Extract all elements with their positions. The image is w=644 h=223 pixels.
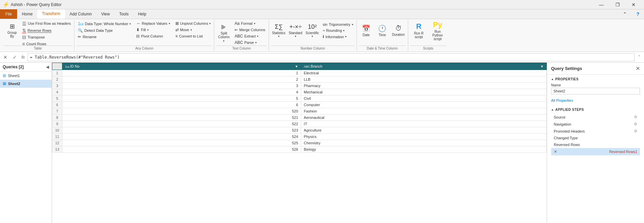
- run-r-button[interactable]: R Run Rscript: [410, 20, 428, 41]
- collapse-ribbon-button[interactable]: ⌃: [618, 9, 632, 19]
- table-row: 8 521 Aeronautical: [52, 115, 547, 121]
- anycolumn-buttons: 1₂₃ Data Type: Whole Number ▾ 🔍 Detect D…: [76, 20, 132, 40]
- rename-label: Rename: [83, 35, 97, 39]
- branch-filter-icon[interactable]: ▼: [540, 65, 544, 68]
- formula-input[interactable]: [28, 53, 635, 61]
- replace-icon: ↔: [136, 21, 140, 26]
- time-button[interactable]: 🕐 Time: [375, 20, 390, 41]
- split-column-button[interactable]: ⫸ SplitColumn ▾: [216, 23, 231, 43]
- table-row: 10 523 Agriculture: [52, 127, 547, 134]
- step-item-reversedRows[interactable]: Reversed Rows: [551, 141, 640, 148]
- step-item-navigation[interactable]: Navigation⚙: [551, 121, 640, 128]
- use-first-row-button[interactable]: ☰ Use First Row as Headers: [21, 20, 72, 27]
- use-first-row-label: Use First Row as Headers: [28, 21, 71, 26]
- data-table: 1₂₃ID No ▼ ABCBranch ▼ 1 1 Electrical: [52, 63, 547, 153]
- reverse-rows-button[interactable]: ⇅ Reverse Rows: [21, 27, 72, 34]
- minimize-button[interactable]: —: [594, 0, 609, 9]
- transpose-button[interactable]: ⊟ Transpose: [21, 34, 72, 41]
- col-header-idno[interactable]: 1₂₃ID No ▼: [62, 63, 301, 70]
- sheet2-icon: ⊞: [3, 81, 6, 86]
- idno-cell: 520: [62, 108, 301, 115]
- row-num-cell: 1: [52, 70, 62, 76]
- fill-button[interactable]: ⬇ Fill ▾: [135, 27, 171, 33]
- ribbon-group-numbercolumn: Σ∑ Statistics ▾ +-×÷ Standard ▾ 10² Scie…: [269, 20, 357, 51]
- table-row: 4 4 Mechanical: [52, 89, 547, 95]
- date-label: Date: [363, 33, 370, 37]
- step-gear-button[interactable]: ⚙: [634, 129, 637, 133]
- step-item-source[interactable]: Source⚙: [551, 114, 640, 121]
- col-header-branch[interactable]: ABCBranch ▼: [301, 63, 546, 70]
- formula-cancel-button[interactable]: ✕: [1, 53, 9, 61]
- format-button[interactable]: Aa Format ▾: [233, 20, 267, 26]
- merge-columns-button[interactable]: ⇐ Merge Columns: [233, 27, 267, 33]
- group-by-button[interactable]: ⊞ GroupBy: [3, 20, 21, 41]
- row-num-cell: 9: [52, 121, 62, 127]
- branch-col-label: Branch: [311, 64, 322, 68]
- rounding-button[interactable]: ≈ Rounding ▾: [321, 28, 354, 33]
- sidebar-collapse-button[interactable]: ◀: [46, 65, 49, 69]
- trigonometry-button[interactable]: sin Trigonometry ▾: [321, 22, 354, 27]
- detect-data-type-button[interactable]: 🔍 Detect Data Type: [76, 27, 132, 33]
- all-properties-link[interactable]: All Properties: [551, 98, 573, 102]
- formula-expand-button[interactable]: ˅: [636, 55, 643, 59]
- run-python-button[interactable]: Py Run Pythonscript: [429, 20, 446, 41]
- qs-name-input[interactable]: [551, 88, 640, 94]
- information-button[interactable]: ℹ Information ▾: [321, 34, 354, 40]
- close-button[interactable]: ✕: [626, 0, 641, 9]
- qs-header: Query Settings ✕: [547, 63, 644, 75]
- maximize-button[interactable]: ❐: [610, 0, 625, 9]
- convert-icon: ≡: [175, 34, 178, 39]
- row-num-cell: 6: [52, 102, 62, 108]
- textcolumn-right-buttons: Aa Format ▾ ⇐ Merge Columns ABC Extract …: [233, 20, 267, 46]
- tab-tools[interactable]: Tools: [114, 9, 133, 19]
- unpivot-icon: ⊠: [175, 21, 179, 26]
- info-icon: ℹ: [323, 34, 324, 39]
- extract-button[interactable]: ABC Extract ▾: [233, 33, 267, 39]
- idno-cell: 2: [62, 76, 301, 83]
- replace-values-button[interactable]: ↔ Replace Values ▾: [135, 20, 171, 26]
- row-num-cell: 7: [52, 108, 62, 115]
- tab-view[interactable]: View: [97, 9, 115, 19]
- qs-close-button[interactable]: ✕: [636, 65, 640, 72]
- rename-button[interactable]: ✏ Rename: [76, 34, 132, 40]
- tab-help[interactable]: Help: [133, 9, 151, 19]
- row-num-cell: 8: [52, 115, 62, 121]
- qs-properties-section: PROPERTIES Name All Properties: [547, 75, 644, 105]
- statistics-button[interactable]: Σ∑ Statistics ▾: [271, 20, 286, 41]
- step-gear-button[interactable]: ⚙: [634, 115, 637, 119]
- move-button[interactable]: ⇄ Move ▾: [174, 27, 212, 33]
- tab-file[interactable]: File: [0, 9, 17, 19]
- branch-cell: IT: [301, 121, 546, 127]
- convert-to-list-button[interactable]: ≡ Convert to List: [174, 33, 212, 39]
- step-item-promotedHeaders[interactable]: Promoted Headers⚙: [551, 128, 640, 135]
- step-item-reversedRows1[interactable]: ✕Reversed Rows1: [551, 148, 640, 155]
- trig-label: Trigonometry: [329, 22, 350, 26]
- step-item-changedType[interactable]: Changed Type: [551, 135, 640, 141]
- pivot-column-button[interactable]: ⊟ Pivot Column: [135, 33, 171, 39]
- split-column-icon: ⫸: [221, 24, 227, 31]
- move-icon: ⇄: [175, 27, 179, 32]
- time-icon: 🕐: [378, 24, 386, 32]
- scientific-button[interactable]: 10² Scientific ▾: [305, 20, 320, 41]
- tab-transform[interactable]: Transform: [37, 9, 65, 19]
- idno-cell: 525: [62, 140, 301, 146]
- help-icon-button[interactable]: ?: [632, 9, 644, 19]
- duration-button[interactable]: ⏱ Duration: [391, 20, 406, 41]
- tab-home[interactable]: Home: [17, 9, 37, 19]
- idno-filter-icon[interactable]: ▼: [295, 65, 298, 68]
- sidebar-item-sheet2[interactable]: ⊞ Sheet2: [0, 80, 52, 88]
- table-row: 6 6 Computer: [52, 102, 547, 108]
- sidebar-header: Queries [2] ◀: [0, 63, 52, 72]
- parse-button[interactable]: ABC Parse ▾: [233, 40, 267, 46]
- unpivot-columns-button[interactable]: ⊠ Unpivot Columns ▾: [174, 20, 212, 26]
- row-num-cell: 4: [52, 89, 62, 95]
- row-num-cell: 2: [52, 76, 62, 83]
- tab-addcolumn[interactable]: Add Column: [65, 9, 97, 19]
- data-type-button[interactable]: 1₂₃ Data Type: Whole Number ▾: [76, 20, 132, 27]
- duration-label: Duration: [392, 33, 405, 36]
- formula-confirm-button[interactable]: ✓: [11, 53, 19, 61]
- sidebar-item-sheet1[interactable]: ⊞ Sheet1: [0, 72, 52, 80]
- standard-button[interactable]: +-×÷ Standard ▾: [288, 20, 303, 41]
- date-button[interactable]: 📅 Date: [359, 20, 374, 41]
- step-gear-button[interactable]: ⚙: [634, 122, 637, 126]
